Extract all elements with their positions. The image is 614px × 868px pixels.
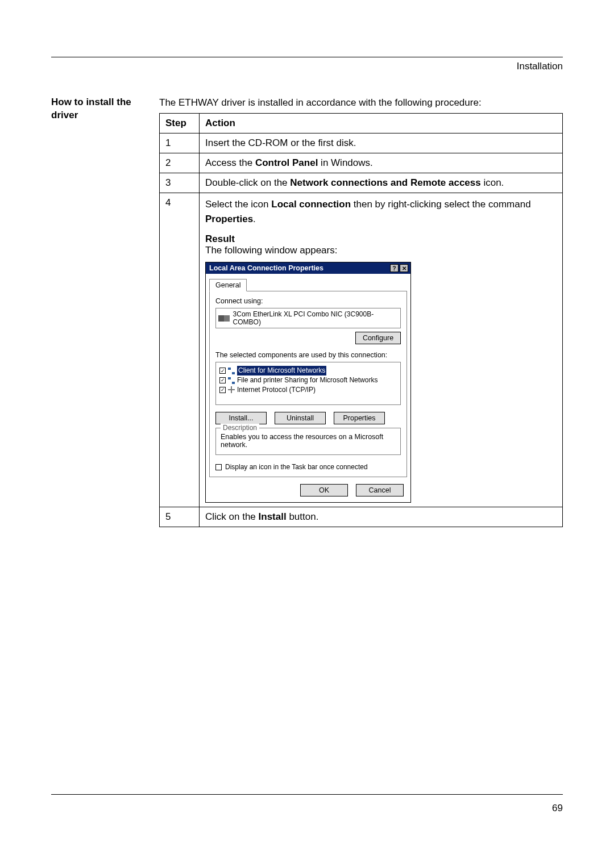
text: icon. [481,177,504,188]
bold-text: Install [259,511,287,522]
close-icon[interactable]: ✕ [400,264,408,272]
text: Double-click on the [205,177,290,188]
list-item[interactable]: ✓ Client for Microsoft Networks [219,366,397,375]
text: button. [287,511,319,522]
protocol-icon [228,386,235,393]
list-item[interactable]: ✓ File and printer Sharing for Microsoft… [219,375,397,385]
configure-button[interactable]: Configure [355,332,401,344]
step-action: Select the icon Local connection then by… [200,193,563,507]
adapter-field[interactable]: 3Com EtherLink XL PCI Combo NIC (3C900B-… [215,308,401,328]
client-icon [228,368,235,374]
text: in Windows. [318,157,372,168]
text: Click on the [205,511,259,522]
side-heading: How to install the driver [51,96,148,527]
procedure-table: Step Action 1 Insert the CD-ROM or the f… [159,113,563,528]
cancel-button[interactable]: Cancel [356,484,404,496]
checkbox-checked-icon[interactable]: ✓ [219,387,226,393]
step-num: 4 [160,193,200,507]
uninstall-button[interactable]: Uninstall [275,412,326,424]
list-item[interactable]: ✓ Internet Protocol (TCP/IP) [219,385,397,395]
text: then by right-clicking select the comman… [351,199,531,210]
tab-general[interactable]: General [209,279,247,291]
bold-text: Control Panel [255,157,318,168]
bottom-rule [51,794,563,795]
description-text: Enables you to access the resources on a… [221,433,396,449]
tab-panel: Connect using: 3Com EtherLink XL PCI Com… [209,291,407,477]
dialog-title: Local Area Connection Properties [209,264,323,272]
table-row: 3 Double-click on the Network connection… [160,173,563,193]
step-action: Click on the Install button. [200,507,563,527]
dialog-local-area-connection: Local Area Connection Properties ? ✕ Gen… [205,262,411,503]
components-label: The selected components are used by this… [215,351,401,359]
description-legend: Description [221,424,259,432]
checkbox-checked-icon[interactable]: ✓ [219,368,226,374]
adapter-name: 3Com EtherLink XL PCI Combo NIC (3C900B-… [233,310,398,326]
step-num: 1 [160,133,200,153]
table-row: 5 Click on the Install button. [160,507,563,527]
taskbar-checkbox-row[interactable]: Display an icon in the Task bar once con… [215,463,401,471]
network-card-icon [218,315,230,322]
help-icon[interactable]: ? [390,264,399,272]
description-group: Description Enables you to access the re… [215,428,401,455]
header-section: Installation [51,61,563,72]
connect-using-label: Connect using: [215,297,401,305]
text: Select the icon [205,199,271,210]
step-num: 2 [160,153,200,173]
top-rule [51,57,563,57]
components-listbox[interactable]: ✓ Client for Microsoft Networks ✓ [215,362,401,405]
text: Access the [205,157,255,168]
bold-text: Network connections and Remote access [290,177,480,188]
result-text: The following window appears: [205,245,557,256]
bold-text: Local connection [271,199,351,210]
text: . [253,214,256,224]
dialog-titlebar: Local Area Connection Properties ? ✕ [206,262,410,274]
bold-text: Properties [205,214,253,224]
step-action: Insert the CD-ROM or the first disk. [200,133,563,153]
page-number: 69 [51,803,563,814]
step-action: Access the Control Panel in Windows. [200,153,563,173]
table-row: 4 Select the icon Local connection then … [160,193,563,507]
item-label: Internet Protocol (TCP/IP) [237,385,316,395]
result-label: Result [205,233,557,245]
table-row: 2 Access the Control Panel in Windows. [160,153,563,173]
intro-text: The ETHWAY driver is installed in accord… [159,96,563,110]
service-icon [228,377,235,384]
properties-button[interactable]: Properties [334,412,385,424]
th-step: Step [160,113,200,133]
item-label: File and printer Sharing for Microsoft N… [237,375,377,385]
step-action: Double-click on the Network connections … [200,173,563,193]
ok-button[interactable]: OK [300,484,348,496]
install-button[interactable]: Install... [215,412,267,424]
th-action: Action [200,113,563,133]
step-num: 3 [160,173,200,193]
checkbox-checked-icon[interactable]: ✓ [219,377,226,383]
checkbox-unchecked-icon[interactable] [215,464,222,470]
item-label: Client for Microsoft Networks [237,366,326,375]
taskbar-label: Display an icon in the Task bar once con… [225,463,368,471]
step-num: 5 [160,507,200,527]
table-row: 1 Insert the CD-ROM or the first disk. [160,133,563,153]
